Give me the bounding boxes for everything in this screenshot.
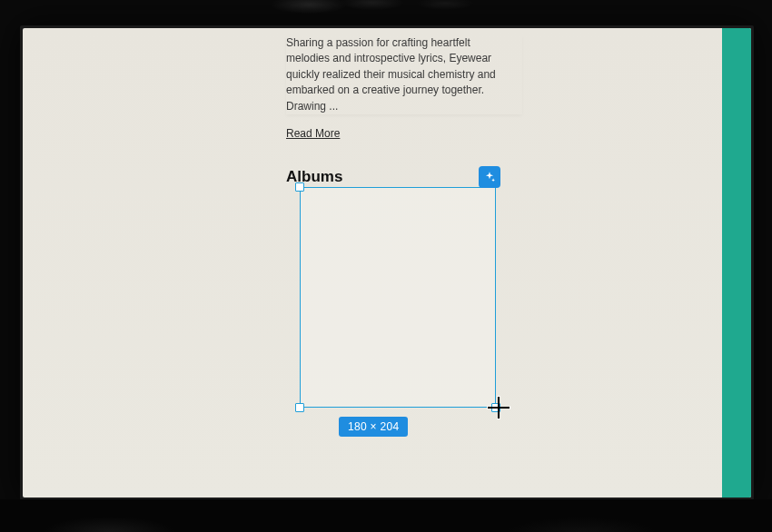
right-accent-bar (722, 28, 751, 498)
dimensions-badge: 180 × 204 (339, 417, 408, 437)
ai-sparkle-button[interactable] (479, 166, 500, 188)
sparkle-icon (483, 171, 496, 183)
resize-handle-top-left[interactable] (295, 182, 304, 192)
presentation-screen: Sharing a passion for crafting heartfelt… (20, 25, 754, 500)
resize-handle-bottom-right[interactable] (491, 403, 500, 412)
design-canvas[interactable]: Sharing a passion for crafting heartfelt… (23, 28, 751, 498)
bio-paragraph: Sharing a passion for crafting heartfelt… (286, 35, 522, 114)
audience-silhouette (0, 499, 772, 532)
resize-handle-bottom-left[interactable] (295, 403, 304, 412)
read-more-link[interactable]: Read More (286, 127, 340, 140)
content-column: Sharing a passion for crafting heartfelt… (286, 28, 522, 186)
stage-lights (0, 0, 772, 27)
selection-rectangle[interactable] (300, 187, 496, 408)
